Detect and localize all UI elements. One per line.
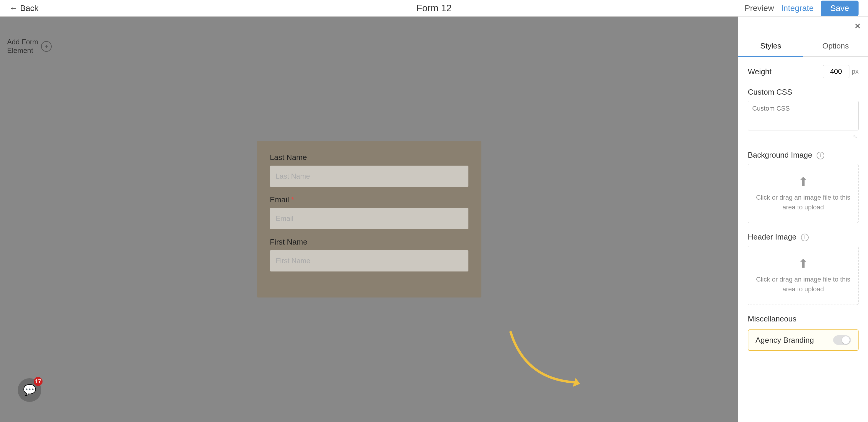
panel-header: ✕ [738,17,868,36]
right-panel: ✕ Styles Options Weight px Custom CSS ⤡ [738,17,868,422]
form-card: Last Name Email * First Name [257,141,482,298]
header-image-label: Header Image i [748,232,859,242]
agency-branding-label: Agency Branding [755,336,814,345]
back-label: Back [20,4,38,13]
back-arrow-icon: ← [9,4,18,13]
weight-input[interactable] [823,65,849,78]
top-bar-right: Preview Integrate Save [745,1,859,16]
weight-unit: px [852,68,859,76]
form-field-email: Email * [270,195,468,229]
first-name-input[interactable] [270,250,468,272]
chat-badge: 17 [34,377,42,386]
panel-tabs: Styles Options [738,36,868,57]
page-title: Form 12 [416,3,452,13]
tab-options[interactable]: Options [803,36,868,57]
weight-input-group: px [823,65,859,78]
save-button[interactable]: Save [821,1,859,16]
miscellaneous-label: Miscellaneous [748,314,859,323]
close-button[interactable]: ✕ [854,21,861,31]
add-form-plus-button[interactable]: + [41,41,52,52]
background-image-upload-text: Click or drag an image file to this area… [754,193,852,212]
weight-label: Weight [748,67,823,76]
background-image-info-icon: i [816,152,824,160]
svg-marker-0 [573,378,580,387]
toggle-knob [842,336,850,344]
integrate-button[interactable]: Integrate [781,4,814,13]
panel-body: Weight px Custom CSS ⤡ Background Image … [738,57,868,359]
background-image-upload[interactable]: ⬆ Click or drag an image file to this ar… [748,164,859,223]
header-image-upload-text: Click or drag an image file to this area… [754,275,852,294]
weight-row: Weight px [748,65,859,78]
background-image-section: Background Image i ⬆ Click or drag an im… [748,150,859,223]
chat-icon-wrapper: 💬 17 [18,378,41,402]
top-bar-left: ← Back [9,4,38,13]
header-image-section: Header Image i ⬆ Click or drag an image … [748,232,859,305]
resize-handle-icon: ⤡ [853,133,857,140]
upload-icon-2: ⬆ [754,257,852,270]
agency-branding-row: Agency Branding [748,330,859,351]
back-button[interactable]: ← Back [9,4,38,13]
top-bar: ← Back Form 12 Preview Integrate Save [0,0,868,17]
add-form-element: Add Form Element + [7,38,52,55]
last-name-label: Last Name [270,153,468,162]
arrow-annotation [502,326,590,392]
custom-css-label: Custom CSS [748,87,859,97]
header-image-upload[interactable]: ⬆ Click or drag an image file to this ar… [748,246,859,305]
agency-branding-toggle[interactable] [833,335,851,345]
last-name-input[interactable] [270,166,468,187]
background-image-label: Background Image i [748,150,859,160]
first-name-label: First Name [270,237,468,247]
custom-css-section: Custom CSS ⤡ [748,87,859,141]
miscellaneous-section: Miscellaneous Agency Branding [748,314,859,351]
chat-icon: 💬 [23,384,36,396]
custom-css-textarea[interactable] [748,101,859,131]
form-field-last-name: Last Name [270,153,468,187]
canvas-area: Add Form Element + Last Name Email * Fir… [0,17,738,422]
css-textarea-wrapper: ⤡ [748,101,859,141]
tab-styles[interactable]: Styles [738,36,803,57]
upload-icon: ⬆ [754,175,852,188]
email-label: Email * [270,195,468,204]
required-indicator: * [291,195,294,204]
form-field-first-name: First Name [270,237,468,272]
preview-button[interactable]: Preview [745,4,774,13]
email-input[interactable] [270,208,468,229]
chat-bubble[interactable]: 💬 17 [18,378,44,404]
header-image-info-icon: i [801,234,809,241]
add-form-label: Add Form Element [7,38,38,55]
